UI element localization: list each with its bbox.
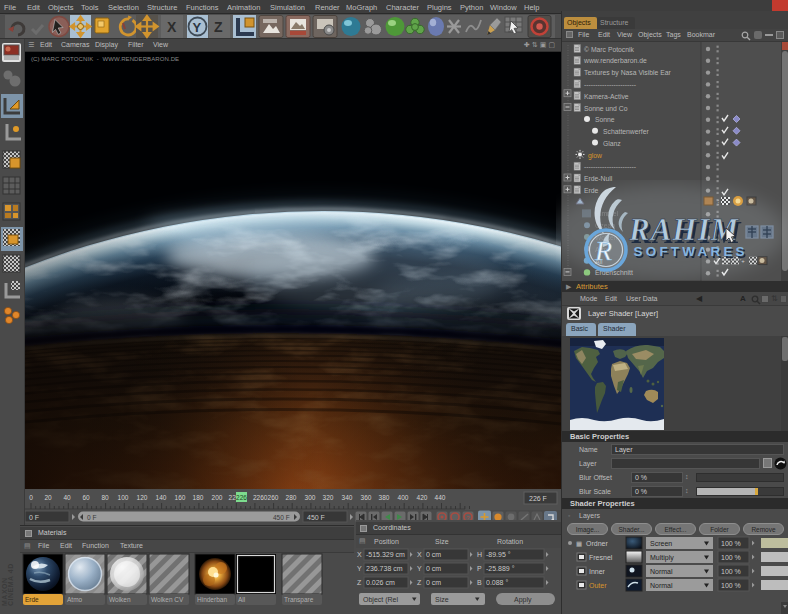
svg-text:glow: glow xyxy=(588,152,602,160)
svg-text:Erde-Null: Erde-Null xyxy=(584,175,613,182)
svg-text:226: 226 xyxy=(236,494,247,501)
svg-text:0 cm: 0 cm xyxy=(426,551,441,558)
svg-text:Hinderban: Hinderban xyxy=(197,596,227,603)
svg-text:0 F: 0 F xyxy=(29,514,39,521)
svg-text:380: 380 xyxy=(379,494,390,501)
svg-text:Glanz: Glanz xyxy=(603,140,621,147)
svg-text:Sonne und Co: Sonne und Co xyxy=(584,105,628,112)
svg-text:450 F: 450 F xyxy=(273,514,290,521)
svg-text:300: 300 xyxy=(305,494,316,501)
svg-text:P: P xyxy=(477,565,482,572)
svg-text:All: All xyxy=(238,596,246,603)
svg-text:Atmo: Atmo xyxy=(67,596,83,603)
svg-text:180: 180 xyxy=(193,494,204,501)
svg-text:0: 0 xyxy=(29,494,33,501)
svg-text:Outer: Outer xyxy=(589,582,607,589)
svg-text:0.088 °: 0.088 ° xyxy=(486,579,508,586)
svg-text:Kamera-Active: Kamera-Active xyxy=(584,93,629,100)
svg-text:Size: Size xyxy=(435,596,449,603)
svg-text:Wolken CV: Wolken CV xyxy=(151,596,184,603)
svg-text:Erde: Erde xyxy=(584,187,599,194)
svg-text:0 F: 0 F xyxy=(87,514,96,521)
svg-text:Ordner: Ordner xyxy=(586,540,608,547)
svg-text:60: 60 xyxy=(82,494,90,501)
svg-text:X: X xyxy=(417,551,422,558)
svg-text:80: 80 xyxy=(101,494,109,501)
svg-text:Schattenwerfer: Schattenwerfer xyxy=(603,128,649,135)
svg-text:Himmel: Himmel xyxy=(595,210,619,217)
svg-text:H: H xyxy=(477,551,482,558)
svg-text:0 cm: 0 cm xyxy=(426,579,441,586)
svg-text:Atmo: Atmo xyxy=(595,246,611,253)
svg-text:Object (Rel: Object (Rel xyxy=(363,596,398,604)
svg-text:-----------------------: ----------------------- xyxy=(584,163,636,170)
svg-text:Fresnel: Fresnel xyxy=(589,554,613,561)
svg-text:200: 200 xyxy=(212,494,223,501)
svg-text:Z: Z xyxy=(417,579,422,586)
svg-text:Y: Y xyxy=(357,565,362,572)
svg-text:Normal: Normal xyxy=(650,582,673,589)
svg-text:260: 260 xyxy=(268,494,279,501)
svg-text:Sonne: Sonne xyxy=(595,116,615,123)
svg-text:-----------------------: ----------------------- xyxy=(584,81,636,88)
svg-text:226 F: 226 F xyxy=(529,495,547,502)
svg-text:360: 360 xyxy=(361,494,372,501)
svg-text:-515.329 cm: -515.329 cm xyxy=(366,551,405,558)
svg-text:Z: Z xyxy=(357,579,362,586)
svg-text:Normal: Normal xyxy=(650,568,673,575)
svg-text:280: 280 xyxy=(286,494,297,501)
svg-text:100 %: 100 % xyxy=(721,554,741,561)
svg-text:'+: '+ xyxy=(740,258,745,264)
svg-text:Inner: Inner xyxy=(589,568,606,575)
svg-text:Apply: Apply xyxy=(514,596,532,604)
svg-text:236.738 cm: 236.738 cm xyxy=(366,565,403,572)
svg-text:Y: Y xyxy=(193,20,202,35)
svg-text:2260: 2260 xyxy=(253,494,268,501)
svg-text:100 %: 100 % xyxy=(721,582,741,589)
svg-text:Textures by Nasa Visible Ear: Textures by Nasa Visible Ear xyxy=(584,69,671,77)
svg-text:www.renderbaron.de: www.renderbaron.de xyxy=(583,57,647,64)
svg-text:420: 420 xyxy=(417,494,428,501)
svg-text:0.026 cm: 0.026 cm xyxy=(366,579,395,586)
svg-text:40: 40 xyxy=(63,494,71,501)
svg-text:All: All xyxy=(595,258,603,265)
svg-text:Erdenschnitt: Erdenschnitt xyxy=(595,269,633,276)
svg-text:0 cm: 0 cm xyxy=(426,565,441,572)
svg-text:-25.889 °: -25.889 ° xyxy=(486,565,515,572)
svg-text:440: 440 xyxy=(435,494,446,501)
svg-text:Screen: Screen xyxy=(650,540,672,547)
svg-text:X: X xyxy=(167,19,177,35)
svg-text:⋮: ⋮ xyxy=(715,199,721,205)
svg-text:Y: Y xyxy=(417,565,422,572)
svg-text:340: 340 xyxy=(342,494,353,501)
svg-text:Transpare: Transpare xyxy=(284,596,314,604)
svg-text:320: 320 xyxy=(323,494,334,501)
svg-text:X: X xyxy=(357,551,362,558)
svg-text:Wolken: Wolken xyxy=(109,596,131,603)
svg-text:Multiply: Multiply xyxy=(650,554,674,562)
svg-text:120: 120 xyxy=(137,494,148,501)
svg-text:▦: ▦ xyxy=(576,540,582,547)
svg-text:Z: Z xyxy=(214,19,223,35)
svg-text:© Marc Potocnik: © Marc Potocnik xyxy=(584,46,635,53)
svg-text:100 %: 100 % xyxy=(721,568,741,575)
svg-text:20: 20 xyxy=(44,494,52,501)
svg-text:100: 100 xyxy=(118,494,129,501)
svg-text:Ozean: Ozean xyxy=(595,222,615,229)
svg-text:B: B xyxy=(477,579,482,586)
svg-text:400: 400 xyxy=(398,494,409,501)
svg-text:Erde: Erde xyxy=(25,596,39,603)
svg-text:140: 140 xyxy=(156,494,167,501)
svg-text:100 %: 100 % xyxy=(721,540,741,547)
svg-text:450 F: 450 F xyxy=(307,514,325,521)
svg-text:Wolken: Wolken xyxy=(595,234,618,241)
svg-text:-89.95 °: -89.95 ° xyxy=(486,551,511,558)
svg-text:160: 160 xyxy=(175,494,186,501)
